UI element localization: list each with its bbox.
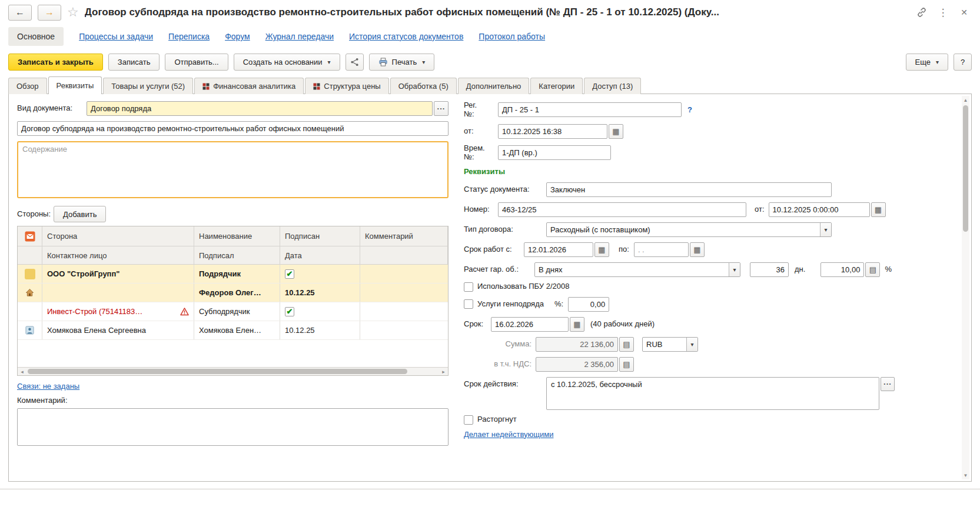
calculator-icon[interactable] — [619, 357, 634, 372]
general-contract-percent-field[interactable]: 0,00 — [568, 297, 609, 312]
dropdown-arrow-icon[interactable] — [820, 223, 831, 236]
get-link-icon[interactable] — [914, 5, 929, 20]
table-row[interactable]: ООО "СтройГрупп" Подрядчик ✔ — [18, 265, 448, 283]
warranty-percent-field[interactable]: 10,00 — [820, 262, 864, 277]
scroll-left-icon[interactable] — [18, 368, 26, 375]
work-period-to-field[interactable]: . . — [634, 242, 689, 257]
nav-link-forum[interactable]: Форум — [225, 32, 250, 41]
scroll-right-icon[interactable] — [439, 368, 448, 375]
col-date[interactable]: Дата — [280, 246, 360, 265]
due-date-note: (40 рабочих дней) — [590, 320, 655, 329]
tab-financial-analytics[interactable]: Финансовая аналитика — [194, 78, 304, 94]
terminated-checkbox[interactable] — [464, 415, 473, 425]
nav-link-correspondence[interactable]: Переписка — [168, 32, 210, 41]
col-contact[interactable]: Контактное лицо — [42, 246, 194, 265]
reg-help-link[interactable]: ? — [687, 105, 692, 114]
horizontal-scrollbar[interactable] — [18, 367, 448, 375]
back-button[interactable] — [8, 5, 32, 21]
warranty-calc-combo[interactable]: В днях — [534, 262, 740, 277]
help-button[interactable]: ? — [954, 54, 972, 71]
share-button[interactable] — [346, 54, 364, 71]
warranty-days-field[interactable]: 36 — [750, 262, 789, 277]
work-period-from-field[interactable]: 12.01.2026 — [524, 242, 593, 257]
favorite-star-icon[interactable] — [67, 5, 79, 20]
general-contract-label: Услуги генподряда — [477, 300, 544, 309]
dropdown-arrow-icon[interactable] — [729, 263, 740, 276]
calendar-icon[interactable] — [570, 317, 584, 332]
contact-cell — [42, 283, 194, 302]
more-button[interactable]: Еще — [906, 54, 948, 71]
pbu-checkbox[interactable] — [464, 282, 473, 292]
nav-link-work-protocol[interactable]: Протокол работы — [479, 32, 545, 41]
vscroll-thumb[interactable] — [963, 105, 968, 232]
table-row[interactable]: Инвест-Строй (75141183… Субподрядчик ✔ — [18, 302, 448, 321]
amount-field[interactable]: 22 136,00 — [536, 337, 618, 352]
due-date-field[interactable]: 16.02.2026 — [491, 317, 569, 332]
calculator-icon[interactable] — [865, 262, 880, 277]
number-field[interactable]: 463-12/25 — [498, 202, 746, 217]
validity-field[interactable]: с 10.12.2025, бессрочный — [546, 377, 879, 410]
print-button[interactable]: Печать — [369, 54, 435, 71]
tab-requisites[interactable]: Реквизиты — [48, 76, 102, 94]
calendar-icon[interactable] — [690, 242, 705, 257]
scroll-up-icon[interactable] — [962, 96, 969, 104]
close-icon[interactable] — [956, 5, 972, 20]
col-party[interactable]: Сторона — [42, 226, 194, 246]
col-name[interactable]: Наименование — [194, 226, 280, 246]
table-row[interactable]: Хомякова Елена Сергеевна Хомякова Елен… … — [18, 321, 448, 340]
signed-checkbox[interactable]: ✔ — [285, 269, 294, 279]
calculator-icon[interactable] — [619, 337, 634, 352]
number-date-field[interactable]: 10.12.2025 0:00:00 — [769, 202, 870, 217]
calendar-icon[interactable] — [594, 242, 609, 257]
doc-kind-select-button[interactable] — [434, 101, 449, 116]
validity-select-button[interactable] — [881, 377, 895, 391]
tab-overview[interactable]: Обзор — [8, 78, 47, 94]
work-period-to-label: по: — [619, 245, 629, 254]
save-and-close-button[interactable]: Записать и закрыть — [8, 54, 103, 71]
nav-link-status-history[interactable]: История статусов документов — [349, 32, 463, 41]
add-party-button[interactable]: Добавить — [54, 206, 106, 222]
invalidates-link[interactable]: Делает недействующими — [464, 430, 553, 439]
hscroll-track[interactable] — [26, 368, 439, 375]
nav-link-transfer-log[interactable]: Журнал передачи — [265, 32, 334, 41]
comment-textarea[interactable] — [17, 408, 449, 446]
reg-date-field[interactable]: 10.12.2025 16:38 — [498, 124, 607, 139]
nav-main[interactable]: Основное — [8, 27, 64, 46]
general-contract-checkbox[interactable] — [464, 299, 473, 309]
doc-kind-field[interactable]: Договор подряда — [87, 101, 433, 116]
scroll-down-icon[interactable] — [962, 471, 969, 479]
window-menu-icon[interactable] — [935, 5, 951, 20]
tab-goods-services[interactable]: Товары и услуги (52) — [103, 78, 193, 94]
forward-button[interactable] — [38, 5, 61, 21]
calendar-icon[interactable] — [871, 202, 886, 217]
table-row[interactable]: Федоров Олег… 10.12.25 — [18, 283, 448, 302]
content-textarea[interactable]: Содержание — [17, 141, 449, 198]
vat-field[interactable]: 2 356,00 — [536, 357, 618, 372]
signed-checkbox[interactable]: ✔ — [285, 307, 294, 316]
tab-categories[interactable]: Категории — [530, 78, 583, 94]
doc-name-field[interactable]: Договор субподряда на производство ремон… — [17, 121, 449, 136]
tab-access[interactable]: Доступ (13) — [584, 78, 641, 94]
col-comment[interactable]: Комментарий — [360, 226, 448, 246]
create-based-on-button[interactable]: Создать на основании — [234, 54, 340, 71]
col-signer[interactable]: Подписал — [194, 246, 280, 265]
dropdown-arrow-icon[interactable] — [686, 338, 697, 351]
reg-number-field[interactable]: ДП - 25 - 1 — [498, 102, 682, 117]
tab-additional[interactable]: Дополнительно — [458, 78, 530, 94]
signer-cell: Федоров Олег… — [194, 283, 280, 302]
tab-processing[interactable]: Обработка (5) — [390, 78, 457, 94]
relations-link[interactable]: Связи: не заданы — [17, 382, 79, 391]
vscroll-track[interactable] — [962, 104, 969, 471]
contract-type-combo[interactable]: Расходный (с поставщиком) — [546, 222, 832, 237]
tab-price-structure[interactable]: Структура цены — [305, 78, 388, 94]
hscroll-thumb[interactable] — [28, 369, 407, 374]
send-button[interactable]: Отправить... — [165, 54, 228, 71]
temp-number-field[interactable]: 1-ДП (вр.) — [498, 145, 611, 160]
currency-combo[interactable]: RUB — [642, 337, 698, 352]
calendar-icon[interactable] — [609, 124, 623, 139]
col-signed[interactable]: Подписан — [280, 226, 360, 246]
nav-link-processes[interactable]: Процессы и задачи — [79, 32, 153, 41]
status-field[interactable]: Заключен — [546, 182, 832, 197]
save-button[interactable]: Записать — [108, 54, 160, 71]
vertical-scrollbar[interactable] — [962, 96, 969, 479]
